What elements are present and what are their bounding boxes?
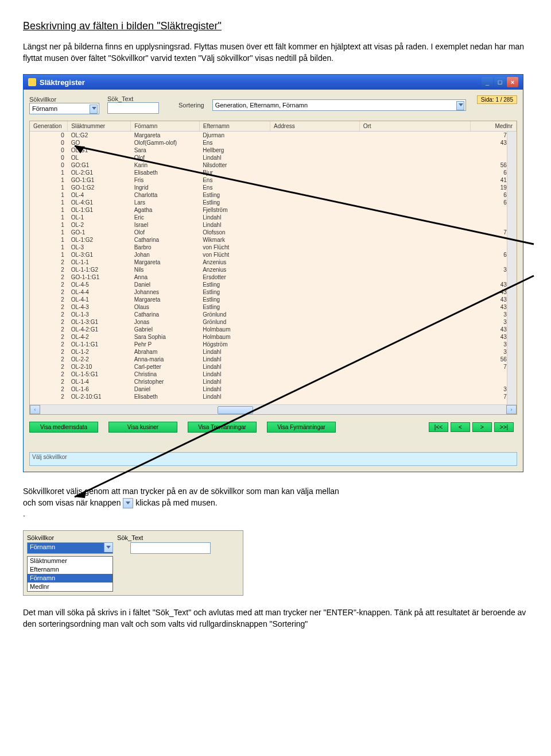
table-row[interactable]: 2OL-4-5DanielEstling4361 <box>30 281 517 288</box>
table-row[interactable]: 1OL-2:G1ElisabethBjur669 <box>30 169 517 176</box>
scroll-left-icon[interactable]: ‹ <box>30 405 40 414</box>
nav-next-button[interactable]: > <box>472 422 492 432</box>
table-row[interactable]: 2GO-1-1:G1AnnaErsdotter28 <box>30 273 517 281</box>
col-slaktnummer[interactable]: Släktnummer <box>68 121 131 131</box>
snip-sokvillkor-label: Sökvillkor <box>27 534 54 541</box>
dropdown-snippet: Sökvillkor Sök_Text Förnamn Släktnummer … <box>23 530 243 596</box>
table-row[interactable]: 0OL:G2MargaretaDjurman753 <box>30 132 517 139</box>
table-row[interactable]: 2OL-1-1:G1Pehr PHögström361 <box>30 341 517 348</box>
table-row[interactable]: 1OL-1EricLindahl23 <box>30 214 517 221</box>
table-row[interactable]: 0OL:G1SaraHellberg26 <box>30 146 517 154</box>
visa-medlemsdata-button[interactable]: Visa medlemsdata <box>29 422 98 433</box>
table-row[interactable]: 2OL-1-4ChristopherLindahl21 <box>30 378 517 385</box>
visa-kusiner-button[interactable]: Visa kusiner <box>108 422 177 433</box>
table-row[interactable]: 0OLOlofLindahl25 <box>30 154 517 161</box>
table-row[interactable]: 1OL-4CharlottaEstling666 <box>30 191 517 199</box>
visa-tremanningar-button[interactable]: Visa Tremänningar <box>188 422 257 433</box>
option-slaktnummer[interactable]: Släktnummer <box>28 557 112 565</box>
table-row[interactable]: 0GO:G1KarinNilsdotter5607 <box>30 161 517 169</box>
sortering-value: Generation, Efternamn, Förnamn <box>215 102 308 109</box>
sokvillkor-combo[interactable]: Förnamn <box>29 103 99 114</box>
status-strip: Välj sökvillkor <box>29 452 517 466</box>
sokvillkor-value: Förnamn <box>32 105 57 112</box>
table-row[interactable]: 1GO-1:G2IngridEns1948 <box>30 184 517 191</box>
table-row[interactable]: 2OL-4-1MargaretaEstling4327 <box>30 296 517 303</box>
sokvillkor-label: Sökvillkor <box>29 96 99 103</box>
col-address[interactable]: Address <box>270 121 360 131</box>
chevron-down-icon <box>92 107 96 110</box>
table-row[interactable]: 2OL-1-3CatharinaGrönlund364 <box>30 311 517 318</box>
soktext-input[interactable] <box>107 102 159 114</box>
data-grid[interactable]: Generation Släktnummer Förnamn Efternamn… <box>29 121 517 415</box>
table-row[interactable]: 2OL-4-3OlausEstling4329 <box>30 303 517 311</box>
dropdown-button-icon <box>123 498 133 508</box>
sortering-combo[interactable]: Generation, Efternamn, Förnamn <box>212 99 466 111</box>
horizontal-scrollbar[interactable]: ‹ › <box>30 404 517 414</box>
table-row[interactable]: 2OL-1-6DanielLindahl366 <box>30 385 517 393</box>
close-button[interactable]: × <box>507 77 518 87</box>
nav-first-button[interactable]: |<< <box>429 422 448 432</box>
snip-soktext-label: Sök_Text <box>117 534 143 541</box>
option-efternamn[interactable]: Efternamn <box>28 565 112 574</box>
table-row[interactable]: 1OL-2IsraelLindahl29 <box>30 221 517 229</box>
nav-prev-button[interactable]: < <box>451 422 470 432</box>
chevron-down-icon <box>106 546 111 549</box>
option-fornamn[interactable]: Förnamn <box>28 574 112 583</box>
scroll-thumb[interactable] <box>218 406 253 414</box>
soktext-label: Sök_Text <box>107 95 159 102</box>
nav-last-button[interactable]: >>| <box>494 422 514 432</box>
scroll-right-icon[interactable]: › <box>506 405 517 414</box>
table-row[interactable]: 2OL-2-10Carl-petterLindahl748 <box>30 363 517 371</box>
col-fornamn[interactable]: Förnamn <box>131 121 200 131</box>
snip-sokvillkor-combo[interactable]: Förnamn <box>27 542 113 554</box>
dropdown-options-list[interactable]: Släktnummer Efternamn Förnamn Medlnr <box>27 556 113 592</box>
vertical-scrollbar[interactable] <box>507 132 517 405</box>
window-titlebar: Släktregister _ □ × <box>24 75 523 90</box>
table-row[interactable]: 1GO-1:G1FrisEns4115 <box>30 176 517 184</box>
app-icon <box>28 78 36 86</box>
table-row[interactable]: 2OL-2-2Anna-mariaLindahl5609 <box>30 356 517 363</box>
slaktsregister-window: Släktregister _ □ × Sökvillkor Förnamn S… <box>23 74 523 472</box>
table-row[interactable]: 2OL-2-10:G1ElisabethLindahl749 <box>30 393 517 400</box>
option-medlnr[interactable]: Medlnr <box>28 583 112 591</box>
table-row[interactable]: 1OL-4:G1LarsEstling667 <box>30 199 517 206</box>
chevron-down-icon <box>459 103 463 106</box>
table-row[interactable]: 2OL-1-5:G1ChristinaLindahl34 <box>30 371 517 378</box>
para2: Sökvillkoret väljs genom att man trycker… <box>23 486 528 520</box>
table-row[interactable]: 2OL-1-1MargaretaAnzenius32 <box>30 259 517 266</box>
table-row[interactable]: 1GO-1OlofOlofsson752 <box>30 229 517 236</box>
col-ort[interactable]: Ort <box>360 121 471 131</box>
col-generation[interactable]: Generation <box>30 121 68 131</box>
para3: Det man vill söka på skrivs in i fältet … <box>23 607 528 630</box>
grid-header-row: Generation Släktnummer Förnamn Efternamn… <box>30 121 517 132</box>
button-row: Visa medlemsdata Visa kusiner Visa Tremä… <box>24 418 523 442</box>
col-medlnr[interactable]: Medlnr <box>471 121 517 131</box>
table-row[interactable]: 2OL-1-3:G1JonasGrönlund365 <box>30 318 517 326</box>
table-row[interactable]: 1OL-3Barbrovon Flücht30 <box>30 244 517 251</box>
doc-title: Beskrivning av fälten i bilden "Släktreg… <box>23 20 528 32</box>
table-row[interactable]: 1OL-1:G1AgathaFjellström31 <box>30 206 517 214</box>
status-text: Välj sökvillkor <box>29 452 517 466</box>
table-row[interactable]: 2OL-1-1:G2NilsAnzenius362 <box>30 266 517 273</box>
table-row[interactable]: 0GOOlof(Gamm-olof)Ens4376 <box>30 139 517 146</box>
visa-fyrmanningar-button[interactable]: Visa Fyrmänningar <box>267 422 336 433</box>
snip-soktext-input[interactable] <box>130 542 211 554</box>
table-row[interactable]: 2OL-4-4JohannesEstling4330 <box>30 288 517 296</box>
table-row[interactable]: 1OL-3:G1Johanvon Flücht668 <box>30 251 517 259</box>
table-row[interactable]: 2OL-4-2:G1GabrielHolmbaum4371 <box>30 326 517 333</box>
intro-paragraph: Längst ner på bilderna finns en upplysni… <box>23 41 528 64</box>
table-row[interactable]: 2OL-1-2AbrahamLindahl363 <box>30 348 517 356</box>
table-row[interactable]: 1OL-1:G2CatharinaWikmark24 <box>30 236 517 244</box>
grid-body: 0OL:G2MargaretaDjurman7530GOOlof(Gamm-ol… <box>30 132 517 400</box>
col-efternamn[interactable]: Efternamn <box>200 121 270 131</box>
page-indicator: Sida: 1 / 285 <box>477 95 517 104</box>
snip-sokvillkor-value: Förnamn <box>30 543 55 550</box>
minimize-button[interactable]: _ <box>482 77 493 87</box>
sortering-label: Sortering <box>179 102 204 109</box>
table-row[interactable]: 2OL-4-2Sara SophiaHolmbaum4328 <box>30 333 517 341</box>
maximize-button[interactable]: □ <box>494 77 506 87</box>
window-title: Släktregister <box>40 78 85 87</box>
